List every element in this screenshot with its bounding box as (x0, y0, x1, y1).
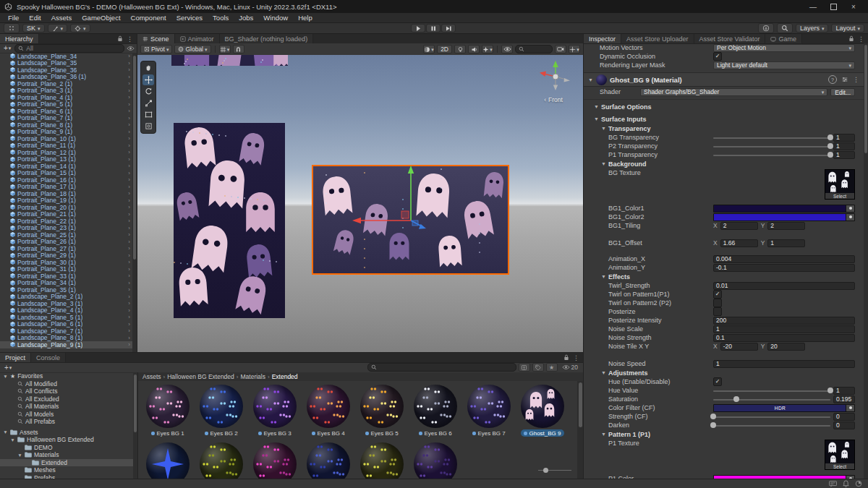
prefab-open-chevron[interactable]: › (128, 286, 130, 293)
tree-item-all-prefabs[interactable]: All Prefabs (0, 418, 133, 426)
tab-asset-store-uploader[interactable]: Asset Store Uploader (621, 34, 694, 43)
darken-slider[interactable] (713, 421, 830, 429)
breadcrumb-item[interactable]: Halloween BG Extended (167, 373, 234, 380)
p1-transparency-slider[interactable] (713, 151, 830, 159)
tree-item-demo[interactable]: DEMO (0, 444, 133, 452)
menu-file[interactable]: File (3, 14, 24, 22)
menu-tools[interactable]: Tools (208, 14, 234, 22)
notification-bell-icon[interactable] (843, 480, 849, 487)
hierarchy-item[interactable]: Portrait_Plane_8 (1)› (0, 121, 132, 129)
prefab-open-chevron[interactable]: › (128, 197, 130, 204)
hierarchy-item[interactable]: Portrait_Plane_13 (1)› (0, 156, 132, 163)
tab-bg-shader[interactable]: BG_Shader (nothing loaded) (220, 34, 314, 43)
prefab-open-chevron[interactable]: › (128, 335, 130, 341)
project-search-input[interactable] (367, 363, 516, 372)
asset-eyes-bg-1[interactable]: Eyes BG 1 (141, 382, 195, 440)
prefab-open-chevron[interactable]: › (128, 115, 130, 121)
tree-item-all-excluded[interactable]: All Excluded (0, 395, 133, 403)
menu-services[interactable]: Services (171, 14, 208, 22)
asset-row2-1[interactable] (141, 440, 195, 479)
kebab-menu-icon[interactable]: ⋮ (858, 35, 864, 43)
prefab-open-chevron[interactable]: › (128, 231, 130, 238)
search-by-label-icon[interactable] (532, 363, 544, 372)
hierarchy-item[interactable]: Portrait_Plane_29 (1)› (0, 252, 132, 260)
noise-tile-x-y-y-field[interactable]: 20 (767, 343, 805, 351)
asset-eyes-bg-5[interactable]: Eyes BG 5 (355, 382, 409, 440)
hierarchy-item[interactable]: Portrait_Plane_25 (1)› (0, 231, 132, 239)
prefab-open-chevron[interactable]: › (128, 314, 130, 320)
menu-assets[interactable]: Assets (46, 14, 77, 22)
shader-edit-button[interactable]: Edit... (830, 88, 855, 96)
scene-plane-top[interactable] (171, 55, 288, 66)
hierarchy-item[interactable]: Landscape_Plane_2 (1)› (0, 294, 132, 301)
bg1-tiling-y-field[interactable]: 2 (767, 222, 805, 230)
hierarchy-item[interactable]: Portrait_Plane_26 (1)› (0, 239, 132, 246)
minimize-button[interactable]: — (803, 0, 823, 13)
scene-plane-selected[interactable] (312, 165, 509, 275)
create-menu-button[interactable]: +▾ (2, 44, 12, 52)
layout-dropdown[interactable]: Layout▾ (831, 24, 864, 33)
console-message-icon[interactable] (829, 481, 837, 487)
layers-dropdown[interactable]: Layers▾ (796, 24, 829, 33)
prefab-open-chevron[interactable]: › (128, 53, 130, 59)
prefab-open-chevron[interactable]: › (128, 94, 130, 100)
p1-texture-thumbnail[interactable]: Select (825, 440, 855, 470)
eyedropper-icon[interactable] (846, 214, 854, 221)
create-asset-button[interactable]: +▾ (3, 364, 13, 372)
noise-strength-field[interactable]: 0.1 (713, 334, 855, 342)
hierarchy-item[interactable]: Portrait_Plane_18 (1)› (0, 190, 132, 197)
hierarchy-scrollbar[interactable] (132, 53, 137, 352)
tab-animator[interactable]: Animator (175, 34, 220, 43)
pause-button[interactable] (426, 24, 441, 33)
inspector-scrollbar[interactable] (864, 43, 868, 479)
rendering-layer-mask-dropdown[interactable]: Light Layer default▾ (713, 61, 855, 69)
bg1-offset-y-field[interactable]: 1 (767, 239, 805, 247)
hierarchy-item[interactable]: Landscape_Plane_36› (0, 67, 132, 74)
prefab-open-chevron[interactable]: › (128, 121, 130, 128)
hierarchy-item[interactable]: Portrait_Plane_4 (1)› (0, 94, 132, 101)
prefab-open-chevron[interactable]: › (128, 273, 130, 279)
transform-tool-button[interactable] (142, 121, 154, 132)
kebab-menu-icon[interactable]: ⋮ (127, 35, 133, 43)
prefab-open-chevron[interactable]: › (128, 129, 130, 135)
help-icon[interactable]: ? (828, 75, 837, 84)
prefab-open-chevron[interactable]: › (128, 101, 130, 108)
hierarchy-item[interactable]: Landscape_Plane_7 (1)› (0, 328, 132, 335)
hidden-objects-toggle[interactable] (501, 45, 513, 53)
rect-tool-button[interactable] (142, 109, 154, 120)
asset-label[interactable]: Eyes BG 5 (362, 429, 401, 437)
tab-console[interactable]: Console (31, 353, 66, 362)
prefab-open-chevron[interactable]: › (128, 74, 130, 80)
asset-ghost-bg-9[interactable]: Ghost_BG 9 (516, 382, 569, 440)
hierarchy-item[interactable]: Portrait_Plane_19 (1)› (0, 197, 132, 205)
hue-value-slider[interactable] (713, 387, 830, 395)
step-button[interactable] (441, 24, 456, 33)
hierarchy-item[interactable]: Landscape_Plane_34› (0, 53, 132, 60)
breadcrumb-item[interactable]: Assets (142, 373, 161, 380)
hierarchy-item[interactable]: Portrait_Plane_30 (1)› (0, 259, 132, 266)
color-filter-cf-color-swatch[interactable]: HDR (713, 404, 855, 412)
gizmos-dropdown[interactable]: ▾ (569, 45, 580, 53)
global-dropdown[interactable]: Global▾ (174, 45, 210, 53)
twirl-on-pattern1-p1-checkbox[interactable]: ✓ (713, 290, 722, 299)
prefab-open-chevron[interactable]: › (128, 156, 130, 163)
twirl-on-pattern2-p2-checkbox[interactable] (713, 299, 722, 307)
foldout-surface-inputs[interactable]: ▼Surface Inputs (584, 114, 864, 124)
hierarchy-item[interactable]: Portrait_Plane_7 (1)› (0, 115, 132, 122)
hierarchy-item[interactable]: Portrait_Plane_5 (1)› (0, 101, 132, 108)
snap-toggle[interactable] (233, 45, 244, 53)
tree-item-all-materials[interactable]: All Materials (0, 403, 133, 411)
prefab-open-chevron[interactable]: › (128, 266, 130, 273)
prefab-open-chevron[interactable]: › (128, 204, 130, 210)
prefab-open-chevron[interactable]: › (128, 252, 130, 259)
hierarchy-item[interactable]: Portrait_Plane_10 (1)› (0, 135, 132, 142)
prefab-open-chevron[interactable]: › (128, 321, 130, 328)
scene-viewport[interactable]: ‹Front (137, 55, 583, 352)
hierarchy-item[interactable]: Portrait_Plane_16 (1)› (0, 176, 132, 184)
bg-transparency-value[interactable]: 1 (833, 134, 855, 142)
collab-icon[interactable] (758, 23, 774, 33)
menu-window[interactable]: Window (258, 14, 293, 22)
tree-item-all-conflicts[interactable]: All Conflicts (0, 388, 133, 395)
asset-label[interactable]: Ghost_BG 9 (521, 429, 563, 437)
hierarchy-item[interactable]: Landscape_Plane_36 (1)› (0, 74, 132, 81)
